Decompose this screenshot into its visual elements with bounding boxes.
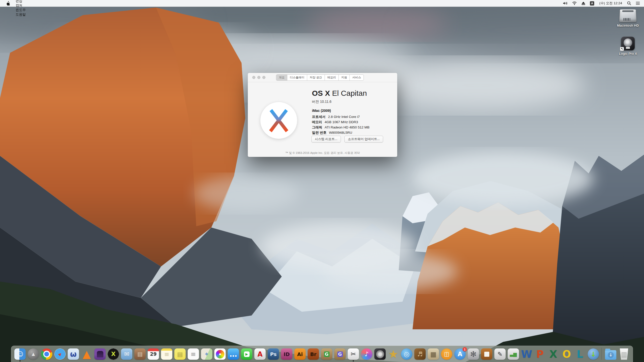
bridge-icon[interactable]: Br xyxy=(308,348,319,360)
notification-center-icon[interactable] xyxy=(634,0,641,7)
tab-4[interactable]: 지원 xyxy=(338,75,349,80)
keynote-icon[interactable] xyxy=(481,348,492,360)
ms-excel-icon-glyph: X xyxy=(549,349,557,359)
sitesucker-downloader-icon[interactable]: ↓ xyxy=(588,348,599,360)
contacts-icon[interactable]: ▤ xyxy=(134,348,146,360)
tab-2[interactable]: 저장 공간 xyxy=(307,75,325,80)
safari-icon[interactable]: ▶ xyxy=(54,348,66,360)
maps-icon[interactable]: ⌖ xyxy=(201,348,212,360)
toast-icon-inner xyxy=(97,351,103,357)
acrobat-reader-icon[interactable]: A xyxy=(254,348,266,360)
garageband-icon[interactable]: ♬ xyxy=(414,348,426,360)
ms-lync-icon[interactable]: L xyxy=(574,348,586,360)
vlc-icon[interactable]: ▲ xyxy=(81,348,92,360)
iweb-icon[interactable]: ▦ xyxy=(428,348,439,360)
messages-icon[interactable]: … xyxy=(228,348,239,360)
traffic-lights xyxy=(252,76,265,79)
ms-powerpoint-icon-glyph: P xyxy=(536,349,544,359)
apple-menu[interactable] xyxy=(3,0,13,7)
grab-screen-capture-icon-glyph: ✂ xyxy=(351,351,356,357)
ms-lync-icon-glyph: L xyxy=(577,349,583,359)
itunes-icon[interactable]: ♪ xyxy=(361,348,372,360)
downloads-folder-icon[interactable]: ↓ xyxy=(605,348,616,360)
menu-item-4[interactable]: 윈도우 xyxy=(13,8,33,12)
imovie-icon-glyph: ★ xyxy=(388,349,398,360)
webhard-icon[interactable]: ω xyxy=(68,348,79,360)
imovie-icon[interactable]: ★ xyxy=(388,348,399,360)
webhard-icon-glyph: ω xyxy=(70,350,76,358)
indesign-icon[interactable]: ID xyxy=(281,348,292,360)
os-title-strong: OS X xyxy=(312,89,330,97)
chrome-icon[interactable] xyxy=(41,348,52,360)
dropstuff-icon[interactable]: G xyxy=(334,348,346,360)
wifi-icon[interactable] xyxy=(571,0,578,7)
numbers-icon-glyph: ▃▆ xyxy=(510,352,517,356)
numbers-icon[interactable]: ▃▆ xyxy=(508,348,519,360)
zoom-button[interactable] xyxy=(262,76,265,79)
spec-row-2: 그래픽ATI Radeon HD 4850 512 MB xyxy=(312,125,370,130)
running-indicator xyxy=(353,360,354,361)
close-button[interactable] xyxy=(252,76,255,79)
indesign-icon-glyph: ID xyxy=(284,352,290,357)
spec-label: 프로세서 xyxy=(312,115,326,119)
mail-icon[interactable]: ✉ xyxy=(121,348,132,360)
os-x-logo xyxy=(260,102,297,139)
spec-row-0: 프로세서2.8 GHz Intel Core i7 xyxy=(312,114,370,119)
tab-5[interactable]: 서비스 xyxy=(349,75,364,80)
menu-item-5[interactable]: 도움말 xyxy=(13,12,33,17)
illustrator-icon[interactable]: Ai xyxy=(294,348,306,360)
ms-outlook-icon[interactable]: O xyxy=(561,348,572,360)
input-source-menu[interactable]: A xyxy=(588,0,596,7)
menu-clock[interactable]: (수) 오전 12:24 xyxy=(597,1,624,6)
stickies-icon[interactable]: ▤ xyxy=(174,348,186,360)
pages-icon[interactable]: ✎ xyxy=(494,348,506,360)
launchpad-icon[interactable]: ▲ xyxy=(28,348,39,360)
facetime-icon[interactable]: ▶ xyxy=(241,348,252,360)
system-preferences-icon[interactable]: ✻ xyxy=(468,348,479,360)
logic-pro-alias-icon: ↖ xyxy=(621,37,635,50)
desktop-icon-logic-pro-x[interactable]: ↖ Logic Pro X xyxy=(613,37,643,56)
photos-icon[interactable]: ● xyxy=(214,348,226,360)
finder-icon[interactable]: ☺ xyxy=(14,348,26,360)
ms-powerpoint-icon[interactable]: P xyxy=(534,348,546,360)
menu-item-2[interactable]: 편집 xyxy=(13,0,33,3)
logic-pro-icon[interactable] xyxy=(374,348,386,360)
idvd-icon[interactable]: ◎ xyxy=(401,348,412,360)
desktop-icon-macintosh-hd[interactable]: Macintosh HD xyxy=(613,9,643,27)
tab-0[interactable]: 개요 xyxy=(276,75,287,80)
ms-excel-icon[interactable]: X xyxy=(548,348,559,360)
xtorrent-icon-glyph: X xyxy=(111,351,116,357)
menu-item-3[interactable]: 캡처 xyxy=(13,3,33,8)
xtorrent-icon[interactable]: X xyxy=(108,348,119,360)
notes-icon[interactable]: ≡ xyxy=(161,348,172,360)
calendar-icon[interactable]: 29 xyxy=(148,348,159,360)
minimize-button[interactable] xyxy=(257,76,260,79)
about-buttons: 시스템 리포트...소프트웨어 업데이트... xyxy=(311,136,383,143)
eject-icon[interactable] xyxy=(580,0,587,7)
copyright-footer: ™ 및 © 1983-2016 Apple Inc. 모든 권리 보유. 사용권… xyxy=(248,151,397,155)
stuffit-expander-icon[interactable]: G xyxy=(321,348,332,360)
chrome-icon-inner xyxy=(43,351,50,357)
photoshop-icon[interactable]: Ps xyxy=(268,348,279,360)
sitesucker-downloader-icon-glyph: ↓ xyxy=(591,351,596,357)
app-store-icon[interactable]: A1 xyxy=(454,348,466,360)
volume-icon[interactable] xyxy=(561,0,569,7)
notes-icon-glyph: ≡ xyxy=(164,351,169,357)
ms-word-icon[interactable]: W xyxy=(521,348,532,360)
tab-1[interactable]: 디스플레이 xyxy=(287,75,307,80)
mail-icon-glyph: ✉ xyxy=(124,351,129,357)
trash-icon[interactable]: ▥ xyxy=(618,348,630,360)
el-capitan-wallpaper xyxy=(0,0,644,362)
tab-3[interactable]: 메모리 xyxy=(325,75,339,80)
software-update-button[interactable]: 소프트웨어 업데이트... xyxy=(344,136,383,143)
about-tab-bar: 개요디스플레이저장 공간메모리지원서비스 xyxy=(276,74,364,81)
spotlight-icon[interactable] xyxy=(626,0,633,7)
reminders-icon[interactable]: ≡ xyxy=(188,348,199,360)
toast-icon[interactable] xyxy=(94,348,106,360)
ibooks-icon[interactable]: ◫ xyxy=(441,348,452,360)
grab-screen-capture-icon[interactable]: ✂ xyxy=(348,348,359,360)
photos-icon-glyph: ● xyxy=(219,353,221,355)
system-report-button[interactable]: 시스템 리포트... xyxy=(311,136,341,143)
window-titlebar[interactable]: 개요디스플레이저장 공간메모리지원서비스 xyxy=(248,73,397,82)
ibooks-icon-glyph: ◫ xyxy=(444,351,449,357)
